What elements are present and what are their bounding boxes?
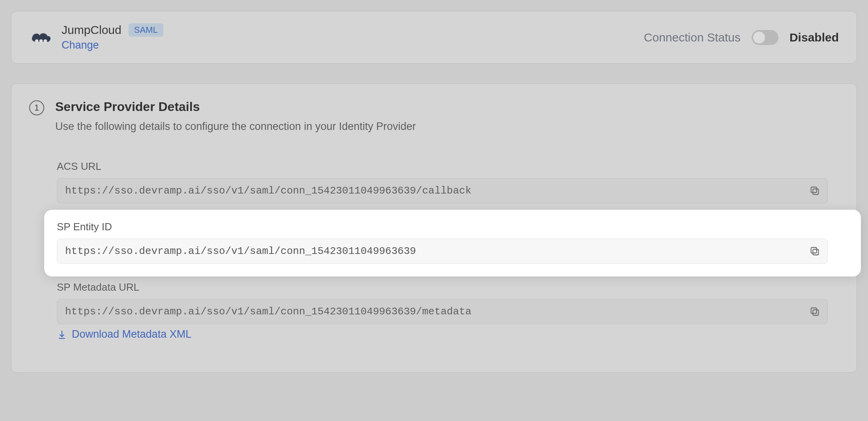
sp-metadata-url-field: SP Metadata URL https://sso.devramp.ai/s… xyxy=(57,273,839,351)
provider-block: JumpCloud SAML Change xyxy=(29,23,163,51)
sp-metadata-url-label: SP Metadata URL xyxy=(57,281,828,293)
section-title: Service Provider Details xyxy=(55,100,416,114)
svg-point-2 xyxy=(43,39,47,43)
acs-url-label: ACS URL xyxy=(57,160,828,173)
section-header: 1 Service Provider Details Use the follo… xyxy=(29,100,839,133)
copy-acs-button[interactable] xyxy=(802,179,827,203)
jumpcloud-icon xyxy=(29,26,53,49)
acs-url-field: ACS URL https://sso.devramp.ai/sso/v1/sa… xyxy=(57,152,839,213)
provider-text: JumpCloud SAML Change xyxy=(62,23,163,51)
section-header-text: Service Provider Details Use the followi… xyxy=(55,100,416,133)
download-metadata-link[interactable]: Download Metadata XML xyxy=(57,328,191,340)
acs-url-value[interactable]: https://sso.devramp.ai/sso/v1/saml/conn_… xyxy=(57,179,802,203)
svg-rect-6 xyxy=(811,248,817,253)
copy-entity-button[interactable] xyxy=(802,239,827,263)
toggle-knob xyxy=(753,32,765,43)
copy-metadata-button[interactable] xyxy=(802,299,827,324)
copy-icon xyxy=(809,246,820,257)
sp-metadata-url-row: https://sso.devramp.ai/sso/v1/saml/conn_… xyxy=(57,299,828,324)
svg-rect-5 xyxy=(813,249,818,255)
svg-rect-7 xyxy=(813,310,818,315)
section-subtitle: Use the following details to configure t… xyxy=(55,120,416,133)
svg-rect-8 xyxy=(811,308,817,314)
provider-title-row: JumpCloud SAML xyxy=(62,23,163,37)
sp-entity-id-label: SP Entity ID xyxy=(57,221,828,233)
provider-name: JumpCloud xyxy=(62,23,122,37)
acs-url-row: https://sso.devramp.ai/sso/v1/saml/conn_… xyxy=(57,178,828,203)
sp-entity-id-row: https://sso.devramp.ai/sso/v1/saml/conn_… xyxy=(57,239,828,264)
change-link[interactable]: Change xyxy=(62,39,163,51)
connection-status-value: Disabled xyxy=(789,31,839,44)
download-icon xyxy=(57,329,67,340)
download-metadata-label: Download Metadata XML xyxy=(72,328,191,340)
svg-point-1 xyxy=(39,39,43,43)
svg-rect-3 xyxy=(813,189,818,194)
sp-entity-id-value[interactable]: https://sso.devramp.ai/sso/v1/saml/conn_… xyxy=(57,239,802,263)
service-provider-details-card: 1 Service Provider Details Use the follo… xyxy=(11,83,857,373)
sp-entity-id-field: SP Entity ID https://sso.devramp.ai/sso/… xyxy=(57,213,839,273)
sp-metadata-url-value[interactable]: https://sso.devramp.ai/sso/v1/saml/conn_… xyxy=(57,299,802,324)
connection-header-card: JumpCloud SAML Change Connection Status … xyxy=(11,11,857,64)
copy-icon xyxy=(809,306,820,317)
copy-icon xyxy=(809,185,820,196)
svg-point-0 xyxy=(35,39,39,43)
connection-toggle[interactable] xyxy=(752,30,778,45)
svg-rect-4 xyxy=(811,187,817,193)
step-number: 1 xyxy=(29,100,44,115)
protocol-badge: SAML xyxy=(129,23,163,37)
connection-status-block: Connection Status Disabled xyxy=(644,30,839,45)
connection-status-label: Connection Status xyxy=(644,31,741,44)
fields-wrap: ACS URL https://sso.devramp.ai/sso/v1/sa… xyxy=(29,152,839,351)
